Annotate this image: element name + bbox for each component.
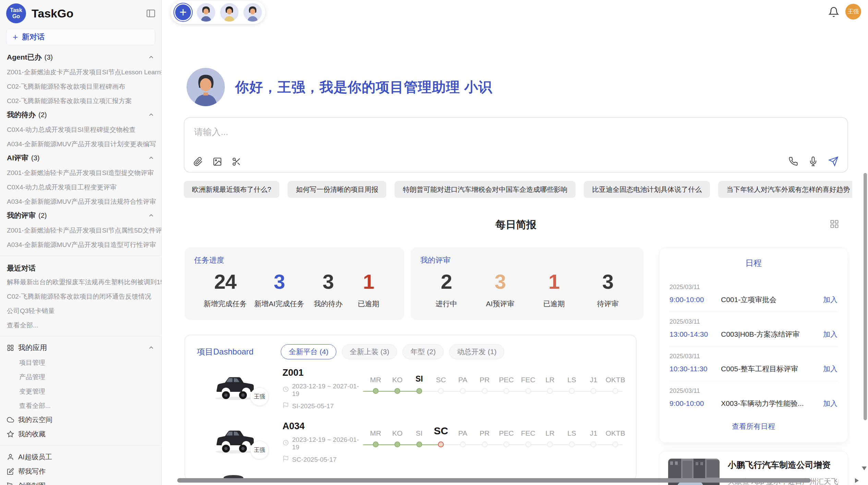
app-menu-item[interactable]: 项目管理 [0, 355, 161, 369]
project-code: Z001 [282, 368, 363, 378]
user-avatar[interactable]: 王强 [845, 4, 861, 20]
sidebar-task-item[interactable]: C0X4-动力总成开发项目工程变更评审 [0, 179, 161, 194]
daily-briefing-header: 每日简报 [184, 218, 848, 232]
app-menu-item[interactable]: 查看全部... [0, 398, 161, 412]
milestone-label: OKTB [605, 376, 625, 384]
stat-item: 3待评审 [591, 270, 624, 309]
project-row: 王强A0342023-12-19 ~ 2026-01-19SC-2025-05-… [185, 421, 636, 461]
milestone-label: PEC [499, 429, 514, 437]
join-meeting-link[interactable]: 加入 [823, 329, 837, 339]
suggestion-chip[interactable]: 当下年轻人对汽车外观有怎样的喜好趋势 [718, 181, 852, 198]
sidebar-task-item[interactable]: A034-全新新能源MUV产品开发项目计划变更表编写 [0, 136, 161, 151]
clock-icon [282, 439, 289, 448]
image-icon[interactable] [213, 157, 222, 166]
composer-input[interactable] [184, 118, 847, 151]
phone-icon[interactable] [788, 157, 798, 166]
schedule-card: 日程 2025/03/119:00-10:00C001-立项审批会加入2025/… [659, 248, 848, 443]
new-chat-button[interactable]: + 新对话 [6, 29, 155, 45]
my-reviews-title: 我的评审 [420, 255, 634, 265]
join-meeting-link[interactable]: 加入 [823, 364, 837, 374]
dashboard-filters: 全新平台 (4)全新上装 (3)年型 (2)动总开发 (1) [281, 344, 504, 359]
milestone-label: PR [480, 429, 490, 437]
recent-chat-item[interactable]: 解释最新出台的欧盟报废车法规再生塑料比例被调到15%... [0, 274, 161, 289]
clock-icon [282, 386, 289, 394]
sidebar-task-item[interactable]: C02-飞腾新能源轻客改款项目里程碑画布 [0, 79, 161, 93]
daily-briefing-title: 每日简报 [495, 219, 537, 230]
schedule-event-title: C003|H0B-方案冻结评审 [721, 329, 819, 339]
app-menu-item[interactable]: 变更管理 [0, 384, 161, 398]
recent-chat-item[interactable]: 公司Q3轻卡销量 [0, 303, 161, 318]
scissors-icon[interactable] [232, 157, 241, 166]
vertical-scrollbar[interactable] [864, 173, 867, 420]
stat-item: 24新增完成任务 [204, 270, 247, 309]
sidebar-footer-item[interactable]: AI超级员工 [0, 450, 161, 464]
sidebar-group-header[interactable]: AI评审(3) [0, 151, 161, 165]
sidebar-header: Task Go TaskGo [0, 0, 161, 25]
member-avatar-2[interactable] [220, 3, 239, 22]
dashboard-filter-chip[interactable]: 动总开发 (1) [449, 344, 505, 359]
message-composer [184, 117, 848, 173]
app-menu-item[interactable]: 产品管理 [0, 369, 161, 384]
group-label: 我的待办 [7, 110, 36, 120]
schedule-time: 13:00-14:30 [670, 330, 721, 338]
add-session-button[interactable]: + [174, 3, 192, 21]
project-car-image: 王强 [213, 368, 255, 403]
milestone-label: PA [458, 429, 467, 437]
scroll-down-arrow-icon[interactable] [862, 467, 867, 470]
sidebar-tool-item[interactable]: 我的收藏 [0, 427, 161, 441]
milestone-timeline: MRKOSISCPAPRPECFECLRLSJ1OKTB [363, 421, 624, 461]
member-avatar-1[interactable] [197, 3, 215, 22]
my-apps-header[interactable]: 我的应用 [0, 340, 161, 355]
join-meeting-link[interactable]: 加入 [823, 295, 837, 304]
member-avatar-3[interactable] [243, 3, 262, 22]
stat-label: 新增AI完成任务 [254, 299, 304, 309]
sidebar-collapse-icon[interactable] [146, 8, 156, 18]
send-icon[interactable] [828, 156, 839, 166]
sidebar-footer-item[interactable]: 帮我写作 [0, 464, 161, 478]
sidebar-task-item[interactable]: A034-全新新能源MUV产品开发项目造型可行性评审 [0, 237, 161, 251]
user-icon [7, 453, 14, 461]
sidebar-tool-item[interactable]: 我的云空间 [0, 412, 161, 427]
sidebar-task-item[interactable]: A034-全新新能源MUV产品开发项目法规符合性评审 [0, 194, 161, 208]
sidebar-footer-item[interactable]: 创意制图 [0, 478, 161, 485]
dashboard-filter-chip[interactable]: 年型 (2) [402, 344, 444, 359]
sidebar-group-header[interactable]: 我的待办(2) [0, 108, 161, 122]
suggestion-chip[interactable]: 如何写一份清晰的项目周报 [288, 181, 386, 198]
sidebar-task-item[interactable]: Z001-全新燃油轻卡产品开发项目SI节点属性5D文件评审 [0, 223, 161, 237]
schedule-time: 10:30-11:30 [670, 365, 721, 373]
notification-bell-icon[interactable] [828, 7, 839, 17]
scroll-right-arrow-icon[interactable] [855, 478, 859, 483]
schedule-row: 13:00-14:30C003|H0B-方案冻结评审加入 [670, 329, 837, 339]
logo-text-top: Task [10, 7, 22, 13]
milestone-label: SC [436, 376, 446, 384]
schedule-time: 9:00-10:00 [670, 399, 721, 408]
suggestion-chip[interactable]: 欧洲新规最近颁布了什么? [184, 181, 279, 198]
dashboard-filter-chip[interactable]: 全新上装 (3) [342, 344, 397, 359]
recent-chat-item[interactable]: C02-飞腾新能源轻客改款项目的闭环通告反馈情况 [0, 289, 161, 303]
briefing-layout-icon[interactable] [830, 219, 839, 229]
view-all-schedule-link[interactable]: 查看所有日程 [669, 422, 838, 431]
tool-label: 帮我写作 [18, 467, 46, 476]
suggestion-chips: 欧洲新规最近颁布了什么?如何写一份清晰的项目周报特朗普可能对进口汽车增税会对中国… [184, 181, 852, 198]
sidebar-group-header[interactable]: Agent已办(3) [0, 50, 161, 64]
taskgo-logo: Task Go [6, 3, 26, 23]
plus-icon: + [13, 32, 18, 42]
horizontal-scrollbar[interactable] [177, 478, 811, 483]
project-flag: SC-2025-05-17 [282, 456, 363, 464]
sidebar-task-item[interactable]: Z001-全新燃油轻卡产品开发项目SI造型提交物评审 [0, 165, 161, 179]
sidebar-task-item[interactable]: C0X4-动力总成开发项目SI里程碑提交物检查 [0, 122, 161, 136]
suggestion-chip[interactable]: 比亚迪全固态电池计划具体说了什么 [584, 181, 710, 198]
project-car-image: 王强 [213, 421, 255, 457]
microphone-icon[interactable] [808, 157, 818, 166]
tool-label: 我的收藏 [18, 430, 46, 439]
sidebar-task-item[interactable]: Z001-全新燃油皮卡产品开发项目SI节点Lesson Learn报告 [0, 64, 161, 79]
dashboard-filter-chip[interactable]: 全新平台 (4) [281, 344, 336, 359]
sidebar-task-item[interactable]: C02-飞腾新能源轻客改款项目立项汇报方案 [0, 93, 161, 108]
schedule-date: 2025/03/11 [670, 318, 837, 325]
attachment-icon[interactable] [193, 157, 203, 166]
join-meeting-link[interactable]: 加入 [823, 399, 837, 408]
suggestion-chip[interactable]: 特朗普可能对进口汽车增税会对中国车企造成哪些影响 [395, 181, 576, 198]
schedule-item: 2025/03/119:00-10:00C001-立项审批会加入 [669, 277, 838, 312]
sidebar-group-header[interactable]: 我的评审(2) [0, 208, 161, 223]
recent-chat-item[interactable]: 查看全部... [0, 318, 161, 332]
